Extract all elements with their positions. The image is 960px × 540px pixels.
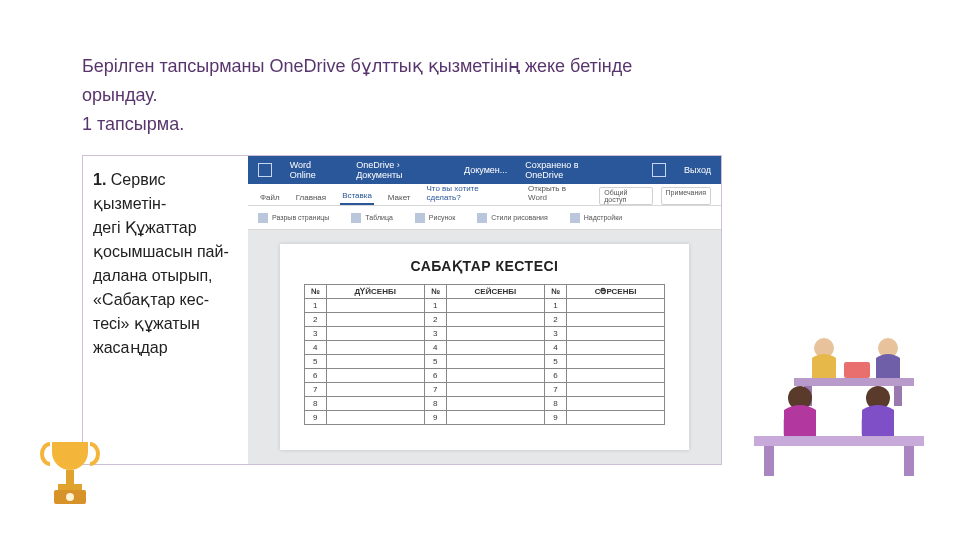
cell-number[interactable]: 2 (304, 313, 326, 327)
cell-day[interactable] (446, 383, 544, 397)
table-row[interactable]: 999 (304, 411, 664, 425)
cell-day[interactable] (446, 355, 544, 369)
group-image[interactable]: Рисунок (415, 213, 455, 223)
cell-number[interactable]: 4 (545, 341, 567, 355)
table-row[interactable]: 777 (304, 383, 664, 397)
cell-number[interactable]: 9 (545, 411, 567, 425)
cell-number[interactable]: 9 (304, 411, 326, 425)
cell-number[interactable]: 8 (424, 397, 446, 411)
cell-day[interactable] (326, 313, 424, 327)
cell-day[interactable] (446, 411, 544, 425)
user-avatar-icon[interactable] (652, 163, 666, 177)
cell-number[interactable]: 8 (304, 397, 326, 411)
group-addins[interactable]: Надстройки (570, 213, 622, 223)
cell-number[interactable]: 7 (304, 383, 326, 397)
cell-day[interactable] (326, 397, 424, 411)
cell-day[interactable] (566, 313, 664, 327)
share-button[interactable]: Общий доступ (599, 187, 652, 205)
cell-day[interactable] (566, 341, 664, 355)
cell-number[interactable]: 3 (545, 327, 567, 341)
comments-button[interactable]: Примечания (661, 187, 711, 205)
tab-insert[interactable]: Вставка (340, 188, 374, 205)
doc-name[interactable]: Докумен... (464, 165, 507, 175)
table-row[interactable]: 666 (304, 369, 664, 383)
svg-rect-12 (904, 446, 914, 476)
cell-number[interactable]: 3 (424, 327, 446, 341)
cell-number[interactable]: 8 (545, 397, 567, 411)
tab-layout[interactable]: Макет (386, 190, 413, 205)
group-page-break[interactable]: Разрыв страницы (258, 213, 329, 223)
addins-icon (570, 213, 580, 223)
cell-number[interactable]: 1 (424, 299, 446, 313)
cell-day[interactable] (566, 369, 664, 383)
instruction-text: Сервис қызметін- дегі Құжаттар қосымшасы… (93, 171, 229, 356)
cell-day[interactable] (566, 327, 664, 341)
exit-link[interactable]: Выход (684, 165, 711, 175)
ribbon-insert: Разрыв страницы Таблица Рисунок Стили ри… (248, 206, 721, 230)
instruction-block: 1. Сервис қызметін- дегі Құжаттар қосымш… (83, 156, 248, 464)
cell-number[interactable]: 5 (304, 355, 326, 369)
svg-rect-11 (764, 446, 774, 476)
instruction-number: 1. (93, 171, 106, 188)
cell-day[interactable] (326, 411, 424, 425)
app-menu-icon[interactable] (258, 163, 272, 177)
cell-day[interactable] (326, 327, 424, 341)
page-break-icon (258, 213, 268, 223)
cell-number[interactable]: 6 (545, 369, 567, 383)
cell-day[interactable] (566, 355, 664, 369)
people-collaboration-illustration (744, 318, 934, 488)
group-table[interactable]: Таблица (351, 213, 392, 223)
cell-number[interactable]: 7 (545, 383, 567, 397)
document-title: САБАҚТАР КЕСТЕСІ (304, 258, 665, 274)
col-day2: СЕЙСЕНБІ (446, 285, 544, 299)
cell-day[interactable] (566, 411, 664, 425)
tab-file[interactable]: Файл (258, 190, 282, 205)
document-page[interactable]: САБАҚТАР КЕСТЕСІ № ДҮЙСЕНБІ № СЕЙСЕНБІ №… (280, 244, 689, 450)
cell-day[interactable] (326, 355, 424, 369)
svg-rect-7 (844, 362, 870, 378)
table-row[interactable]: 222 (304, 313, 664, 327)
cell-day[interactable] (446, 313, 544, 327)
cell-number[interactable]: 6 (304, 369, 326, 383)
open-in-word[interactable]: Открыть в Word (526, 181, 587, 205)
cell-day[interactable] (566, 299, 664, 313)
cell-day[interactable] (326, 341, 424, 355)
cell-number[interactable]: 3 (304, 327, 326, 341)
col-day1: ДҮЙСЕНБІ (326, 285, 424, 299)
cell-day[interactable] (446, 299, 544, 313)
table-header-row: № ДҮЙСЕНБІ № СЕЙСЕНБІ № СӘРСЕНБІ (304, 285, 664, 299)
table-icon (351, 213, 361, 223)
table-row[interactable]: 555 (304, 355, 664, 369)
group-art[interactable]: Стили рисования (477, 213, 548, 223)
cell-number[interactable]: 5 (545, 355, 567, 369)
table-row[interactable]: 111 (304, 299, 664, 313)
cell-day[interactable] (446, 369, 544, 383)
cell-day[interactable] (326, 299, 424, 313)
save-status: Сохранено в OneDrive (525, 160, 616, 180)
cell-day[interactable] (326, 369, 424, 383)
svg-rect-0 (66, 470, 74, 484)
cell-number[interactable]: 1 (545, 299, 567, 313)
table-row[interactable]: 333 (304, 327, 664, 341)
tab-tellme[interactable]: Что вы хотите сделать? (425, 181, 515, 205)
cell-number[interactable]: 2 (545, 313, 567, 327)
cell-day[interactable] (446, 397, 544, 411)
cell-day[interactable] (326, 383, 424, 397)
cell-number[interactable]: 7 (424, 383, 446, 397)
cell-day[interactable] (566, 383, 664, 397)
breadcrumb[interactable]: OneDrive › Документы (356, 160, 446, 180)
cell-number[interactable]: 5 (424, 355, 446, 369)
cell-number[interactable]: 2 (424, 313, 446, 327)
schedule-table[interactable]: № ДҮЙСЕНБІ № СЕЙСЕНБІ № СӘРСЕНБІ 1112223… (304, 284, 665, 425)
table-row[interactable]: 888 (304, 397, 664, 411)
cell-number[interactable]: 1 (304, 299, 326, 313)
table-row[interactable]: 444 (304, 341, 664, 355)
cell-number[interactable]: 6 (424, 369, 446, 383)
cell-number[interactable]: 4 (424, 341, 446, 355)
cell-number[interactable]: 9 (424, 411, 446, 425)
cell-day[interactable] (446, 341, 544, 355)
cell-day[interactable] (566, 397, 664, 411)
tab-home[interactable]: Главная (294, 190, 328, 205)
cell-number[interactable]: 4 (304, 341, 326, 355)
cell-day[interactable] (446, 327, 544, 341)
